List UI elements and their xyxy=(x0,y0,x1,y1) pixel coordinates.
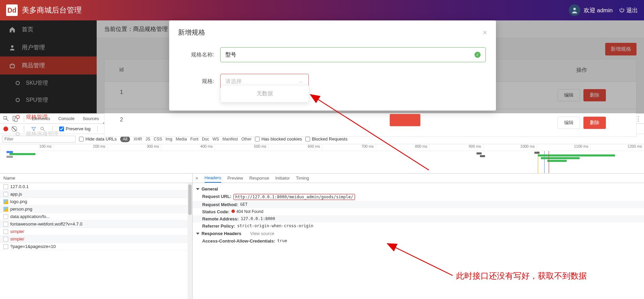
blocked-cookies-checkbox[interactable]: Has blocked cookies xyxy=(255,136,302,142)
chevron-up-icon: ︿ xyxy=(298,78,304,85)
request-row[interactable]: simple/ xyxy=(0,235,192,243)
file-icon xyxy=(3,214,8,219)
section-response-headers[interactable]: Response Headers View source xyxy=(193,230,644,237)
request-row[interactable]: data:application/fo... xyxy=(0,213,192,220)
table-row: 2 编辑 删除 xyxy=(104,109,636,136)
file-icon xyxy=(3,222,8,227)
request-url-value: http://127.0.0.1:8000/meiduo_admin/goods… xyxy=(234,194,355,200)
request-name: simple/ xyxy=(10,229,24,234)
filter-font[interactable]: Font xyxy=(190,137,198,142)
power-icon xyxy=(619,7,625,13)
blocked-requests-checkbox[interactable]: Blocked Requests xyxy=(305,136,348,142)
dtab-timing[interactable]: Timing xyxy=(296,174,309,182)
kv-status-code: Status Code: 404 Not Found xyxy=(193,208,644,215)
valid-icon: ✓ xyxy=(474,52,481,58)
dtab-headers[interactable]: Headers xyxy=(205,173,221,183)
file-icon xyxy=(3,199,8,204)
filter-all[interactable]: All xyxy=(120,136,130,142)
kv-referrer-policy: Referrer Policy: strict-origin-when-cros… xyxy=(193,222,644,230)
section-general[interactable]: General xyxy=(193,185,644,193)
app-header: Dd 美多商城后台管理 欢迎 admin 退出 xyxy=(0,0,644,20)
dtab-response[interactable]: Response xyxy=(249,174,269,182)
user-icon xyxy=(571,6,578,14)
add-spec-modal: 新增规格 × 规格名称: ✓ 规格: 请选择 ︿ xyxy=(169,20,496,111)
file-icon xyxy=(3,229,8,234)
request-name: 127.0.0.1 xyxy=(10,184,29,189)
request-row[interactable]: 127.0.0.1 xyxy=(0,183,192,190)
filter-ws[interactable]: WS xyxy=(212,137,219,142)
spec-name-input-wrap: ✓ xyxy=(220,47,486,62)
record-button[interactable] xyxy=(3,127,8,131)
filter-css[interactable]: CSS xyxy=(154,137,162,142)
request-name: logo.png xyxy=(10,199,27,204)
modal-title: 新增规格 xyxy=(178,28,205,37)
kv-request-url: Request URL: http://127.0.0.1:8000/meidu… xyxy=(193,193,644,201)
device-icon[interactable] xyxy=(12,115,18,122)
file-icon xyxy=(3,192,8,197)
svg-point-7 xyxy=(41,127,44,130)
edit-button[interactable]: 编辑 xyxy=(558,117,580,129)
app-title: 美多商城后台管理 xyxy=(22,5,82,15)
label-spec: 规格: xyxy=(183,78,220,85)
filter-manifest[interactable]: Manifest xyxy=(223,137,238,142)
kv-request-method: Request Method: GET xyxy=(193,201,644,208)
welcome-text: 欢迎 admin xyxy=(584,6,613,14)
preserve-log-checkbox[interactable]: Preserve log xyxy=(59,126,91,131)
inspect-icon[interactable] xyxy=(3,115,10,122)
clear-button[interactable] xyxy=(12,126,17,132)
request-name: fontawesome-webfont.woff2?v=4.7.0 xyxy=(10,221,82,227)
request-name: simple/ xyxy=(10,236,24,242)
request-name: data:application/fo... xyxy=(10,214,50,219)
logout-button[interactable]: 退出 xyxy=(619,6,638,14)
view-source-link[interactable]: View source xyxy=(250,231,274,236)
dtab-preview[interactable]: Preview xyxy=(227,174,243,182)
tab-sources[interactable]: Sources xyxy=(79,114,103,123)
request-name: person.png xyxy=(10,206,32,212)
filter-icon[interactable] xyxy=(31,126,36,132)
filter-doc[interactable]: Doc xyxy=(202,137,209,142)
status-dot-icon xyxy=(231,210,235,213)
request-name: app.js xyxy=(10,192,22,197)
request-row[interactable]: app.js xyxy=(0,190,192,198)
request-row[interactable]: simple/ xyxy=(0,228,192,235)
request-row[interactable]: logo.png xyxy=(0,198,192,205)
label-spec-name: 规格名称: xyxy=(183,51,220,59)
file-icon xyxy=(3,244,8,249)
filter-other[interactable]: Other xyxy=(241,137,252,142)
kv-remote-address: Remote Address: 127.0.0.1:8000 xyxy=(193,215,644,222)
request-row[interactable]: person.png xyxy=(0,205,192,213)
tab-console[interactable]: Console xyxy=(54,114,79,123)
request-list: Name 127.0.0.1app.jslogo.pngperson.pngda… xyxy=(0,173,193,299)
app-logo: Dd xyxy=(6,4,18,16)
hide-dataurls-checkbox[interactable]: Hide data URLs xyxy=(79,136,117,142)
svg-rect-5 xyxy=(15,118,17,121)
filter-xhr[interactable]: XHR xyxy=(133,137,142,142)
reqlist-header[interactable]: Name xyxy=(0,173,192,183)
kv-acac: Access-Control-Allow-Credentials: true xyxy=(193,237,644,245)
delete-button[interactable]: 删除 xyxy=(583,117,606,129)
filter-input[interactable] xyxy=(2,136,76,143)
annotation-text: 此时接口还没有写好，获取不到数据 xyxy=(456,270,587,281)
filter-js[interactable]: JS xyxy=(145,137,150,142)
file-icon xyxy=(3,207,8,212)
scrollbar[interactable] xyxy=(188,183,192,299)
detail-close-button[interactable]: × xyxy=(195,175,198,181)
modal-close-button[interactable]: × xyxy=(483,28,487,37)
select-dropdown: 无数据 xyxy=(221,85,309,102)
search-icon[interactable] xyxy=(40,126,45,132)
filter-img[interactable]: Img xyxy=(165,137,172,142)
svg-point-0 xyxy=(573,8,576,10)
tab-elements[interactable]: Elements xyxy=(28,114,54,123)
avatar[interactable] xyxy=(569,4,580,16)
network-waterfall[interactable]: 100 ms 200 ms 300 ms 400 ms 500 ms 600 m… xyxy=(0,144,644,173)
request-name: ?page=1&pagesize=10 xyxy=(10,244,56,249)
filter-media[interactable]: Media xyxy=(176,137,187,142)
modal-submit-button[interactable] xyxy=(390,114,420,126)
request-row[interactable]: ?page=1&pagesize=10 xyxy=(0,243,192,250)
dtab-initiator[interactable]: Initiator xyxy=(275,174,290,182)
spec-name-input[interactable] xyxy=(225,52,474,58)
file-icon xyxy=(3,237,8,242)
file-icon xyxy=(3,184,8,189)
request-row[interactable]: fontawesome-webfont.woff2?v=4.7.0 xyxy=(0,220,192,228)
